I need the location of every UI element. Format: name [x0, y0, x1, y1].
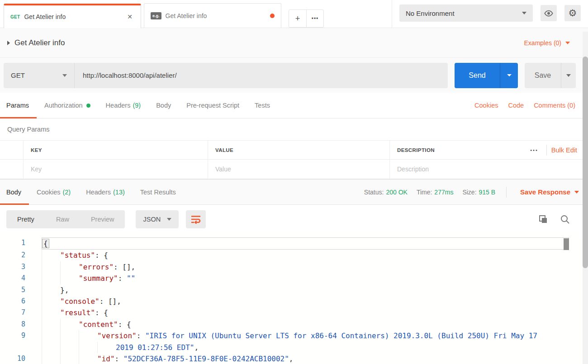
- row-select-cell: [0, 160, 24, 179]
- tab-label: Headers: [106, 102, 131, 109]
- send-button[interactable]: Send: [455, 63, 500, 88]
- tab-label: Body: [156, 102, 171, 109]
- environment-select[interactable]: No Environment: [399, 5, 533, 22]
- tab-tests[interactable]: Tests: [247, 93, 278, 118]
- view-pretty[interactable]: Pretty: [6, 210, 45, 228]
- wrap-lines-button[interactable]: [186, 210, 206, 228]
- settings-button[interactable]: ⚙: [564, 5, 581, 21]
- view-mode-switch: Pretty Raw Preview: [6, 210, 125, 228]
- request-tab-example[interactable]: e.g. Get Atelier info: [144, 3, 281, 28]
- collapse-arrow-icon[interactable]: [7, 41, 10, 45]
- line-number: 10: [0, 353, 25, 364]
- request-title: Get Atelier info: [14, 38, 65, 47]
- format-value: JSON: [143, 216, 161, 223]
- view-raw[interactable]: Raw: [45, 210, 80, 228]
- request-tabs-strip: GET Get Atelier info ✕ e.g. Get Atelier …: [4, 3, 324, 28]
- status-value: 200 OK: [386, 189, 407, 196]
- examples-dropdown[interactable]: Examples (0): [524, 39, 570, 47]
- response-body-viewer[interactable]: 1{2"status": {3"errors": [],4"summary": …: [0, 234, 588, 364]
- code-line: 1{: [0, 237, 588, 250]
- more-tabs-button[interactable]: •••: [306, 10, 323, 27]
- line-number: 2: [0, 250, 25, 261]
- time-value: 277ms: [434, 189, 453, 196]
- response-tab-body[interactable]: Body: [0, 180, 29, 204]
- code-line: 6"console": [],: [0, 296, 588, 307]
- window-scrollbar[interactable]: [583, 32, 588, 364]
- tab-label: Cookies: [37, 189, 60, 196]
- tab-label: Tests: [255, 102, 270, 109]
- size-value: 915 B: [479, 189, 496, 196]
- response-tab-cookies[interactable]: Cookies (2): [29, 180, 78, 204]
- tab-pre-request-script[interactable]: Pre-request Script: [179, 93, 247, 118]
- request-tab-active[interactable]: GET Get Atelier info ✕: [4, 4, 141, 28]
- tab-label: Test Results: [140, 189, 176, 196]
- tab-title: Get Atelier info: [24, 13, 125, 20]
- code-lines: 1{2"status": {3"errors": [],4"summary": …: [0, 237, 588, 364]
- divider: [546, 145, 547, 156]
- tab-headers[interactable]: Headers (9): [98, 93, 149, 118]
- tab-body[interactable]: Body: [148, 93, 179, 118]
- param-value-input[interactable]: [215, 165, 382, 173]
- close-tab-icon[interactable]: ✕: [125, 12, 134, 21]
- method-value: GET: [11, 71, 25, 79]
- chevron-down-icon: [566, 74, 571, 77]
- search-button[interactable]: [560, 214, 570, 224]
- send-button-group: Send: [455, 63, 518, 88]
- column-header-value: VALUE: [208, 141, 390, 159]
- tab-params[interactable]: Params: [0, 93, 37, 118]
- environment-area: No Environment ⚙: [399, 5, 581, 22]
- url-bar: GET: [4, 63, 448, 88]
- column-header-key: KEY: [24, 141, 208, 159]
- response-tab-test-results[interactable]: Test Results: [133, 180, 184, 204]
- send-options-button[interactable]: [500, 63, 518, 88]
- size-label: Size:: [462, 189, 476, 196]
- response-tab-headers[interactable]: Headers (13): [78, 180, 133, 204]
- unsaved-dot-icon: [270, 14, 275, 18]
- line-number: 9: [0, 330, 25, 341]
- param-key-input[interactable]: [31, 165, 200, 173]
- tab-authorization[interactable]: Authorization: [37, 93, 98, 118]
- method-select[interactable]: GET: [4, 63, 75, 88]
- bulk-edit-link[interactable]: Bulk Edit: [551, 147, 577, 154]
- url-row: GET Send Save: [0, 58, 588, 93]
- examples-label: Examples (0): [524, 39, 561, 47]
- chevron-down-icon: [507, 74, 512, 76]
- size-badge: Size:915 B: [462, 189, 495, 196]
- new-tab-button[interactable]: +: [289, 10, 306, 27]
- query-params-table: KEY VALUE DESCRIPTION ••• Bulk Edit: [0, 140, 588, 179]
- time-badge: Time:277ms: [417, 189, 454, 196]
- code-line: 5},: [0, 284, 588, 296]
- app-header: GET Get Atelier info ✕ e.g. Get Atelier …: [0, 0, 588, 28]
- param-description-input[interactable]: [397, 165, 577, 173]
- url-input[interactable]: [75, 63, 448, 88]
- cookies-link[interactable]: Cookies: [474, 102, 498, 109]
- tab-count: (9): [133, 102, 141, 109]
- comments-link[interactable]: Comments (0): [534, 102, 575, 109]
- code-line: 4"summary": "": [0, 273, 588, 284]
- tab-label: Pre-request Script: [186, 102, 239, 109]
- save-options-button[interactable]: [561, 63, 576, 88]
- response-tool-icons: [538, 214, 570, 224]
- code-line: 8"content": {: [0, 319, 588, 330]
- code-scrollbar-thumb[interactable]: [564, 238, 569, 250]
- line-number: 8: [0, 319, 25, 330]
- save-button-group: Save: [525, 63, 576, 88]
- code-line: 3"errors": [],: [0, 261, 588, 273]
- copy-button[interactable]: [538, 214, 548, 224]
- environment-quick-look-button[interactable]: [541, 5, 557, 21]
- view-preview[interactable]: Preview: [80, 210, 125, 228]
- params-options-icon[interactable]: •••: [524, 147, 545, 153]
- code-line: 2"status": {: [0, 250, 588, 261]
- chevron-down-icon: [522, 12, 526, 14]
- tab-tools: + •••: [289, 9, 324, 28]
- window-scrollbar-thumb[interactable]: [583, 57, 588, 268]
- save-response-dropdown[interactable]: Save Response: [520, 188, 579, 196]
- status-label: Status:: [364, 189, 384, 196]
- divider: [506, 187, 507, 198]
- example-badge: e.g.: [151, 12, 161, 19]
- tab-count: (2): [62, 189, 71, 196]
- save-button[interactable]: Save: [525, 63, 561, 88]
- code-link[interactable]: Code: [508, 102, 524, 109]
- format-select[interactable]: JSON: [136, 210, 179, 228]
- query-params-title: Query Params: [7, 126, 49, 133]
